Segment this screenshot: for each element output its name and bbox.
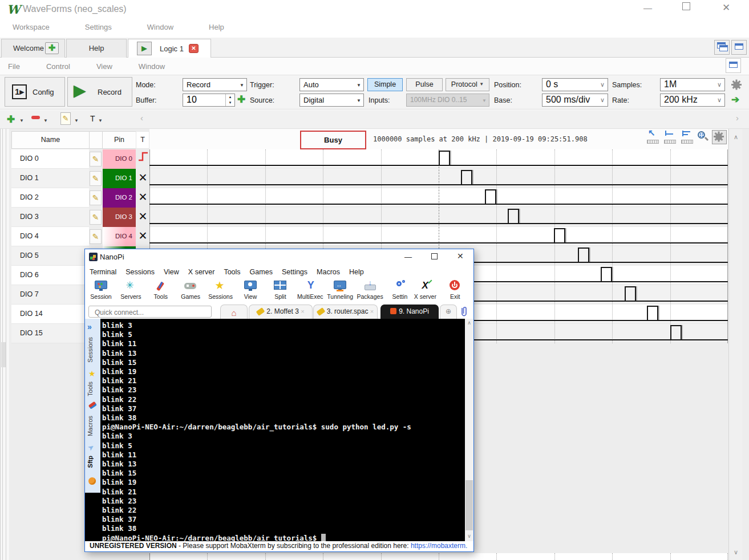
logic-menu-view[interactable]: View <box>96 58 112 71</box>
channel-edit-icon[interactable]: ✎ <box>90 210 102 225</box>
mx-toolbar-servers-button[interactable]: ✳Servers <box>115 280 147 300</box>
edit-channel-menu-icon[interactable]: ▼ <box>74 118 79 123</box>
sidebar-tab-macros[interactable]: Macros <box>87 416 94 436</box>
left-scrollbar-thumb[interactable] <box>1 342 6 367</box>
mx-tab-3-router-spac[interactable]: 3. router.spac × <box>313 305 378 319</box>
logic-menu-control[interactable]: Control <box>46 58 70 71</box>
mobaxterm-titlebar[interactable]: NanoPi — ✕ <box>85 249 473 265</box>
mx-toolbar-packages-button[interactable]: ↓Packages <box>354 280 386 300</box>
maximize-icon[interactable] <box>431 253 438 259</box>
measure-pointer-icon[interactable]: ↖ <box>646 130 659 144</box>
mx-toolbar-games-button[interactable]: Games <box>175 280 207 300</box>
mx-menu-settings[interactable]: Settings <box>282 268 307 276</box>
tile-windows-button[interactable] <box>731 40 747 55</box>
channel-pin-badge[interactable]: DIO 4 <box>103 227 136 246</box>
add-workspace-icon[interactable]: ✚ <box>45 42 59 54</box>
logic-menu-file[interactable]: File <box>8 58 20 71</box>
sidebar-expand-icon[interactable]: » <box>87 322 92 331</box>
mx-menu-view[interactable]: View <box>164 268 179 276</box>
channel-pin-badge[interactable]: DIO 2 <box>103 188 136 208</box>
menu-workspace[interactable]: Workspace <box>13 17 50 31</box>
trigger-column-icon[interactable]: T <box>90 114 95 123</box>
channel-name[interactable]: DIO 1 <box>11 169 89 188</box>
scroll-up-icon[interactable]: ∧ <box>729 133 743 141</box>
channel-name[interactable]: DIO 3 <box>11 208 89 227</box>
maximize-icon[interactable] <box>682 2 690 10</box>
mx-menu-help[interactable]: Help <box>349 268 364 276</box>
xy-cursors-icon[interactable] <box>681 130 694 144</box>
terminal-scrollbar[interactable]: ∧ ∨ <box>465 319 473 541</box>
config-button[interactable]: 1▸ Config <box>5 77 65 107</box>
tab-welcome[interactable]: Welcome ✚ <box>1 39 65 58</box>
remove-channel-icon[interactable] <box>31 116 40 119</box>
channel-name[interactable]: DIO 0 <box>11 149 89 169</box>
mx-toolbar-x-server-button[interactable]: XX server <box>409 280 441 300</box>
mx-toolbar-session-button[interactable]: Session <box>85 280 117 300</box>
mx-toolbar-tools-button[interactable]: Tools <box>145 280 177 300</box>
close-tab-icon[interactable]: × <box>370 308 374 315</box>
mx-tab-9-nanopi[interactable]: 9. NanoPi <box>380 305 439 319</box>
sidebar-tab-tools[interactable]: Tools <box>87 382 94 396</box>
trigger-x-icon[interactable]: ✕ <box>139 172 148 184</box>
close-icon[interactable]: ✕ <box>722 2 730 14</box>
channel-trigger-cell[interactable]: ✕ <box>137 227 149 246</box>
quick-connect-input[interactable] <box>88 306 212 318</box>
channel-trigger-cell[interactable]: ✕ <box>137 208 149 227</box>
gear-icon[interactable] <box>730 79 743 92</box>
sidebar-tab-sftp[interactable]: Sftp <box>87 456 94 468</box>
tab-help[interactable]: Help <box>66 39 127 58</box>
plot-settings-gear-icon[interactable] <box>712 130 727 144</box>
mx-tab-extra[interactable]: ⊕ <box>440 305 457 319</box>
apply-arrow-icon[interactable]: ➔ <box>731 94 739 105</box>
mx-menu-games[interactable]: Games <box>250 268 273 276</box>
channel-trigger-cell[interactable] <box>137 149 149 169</box>
mx-toolbar-split-button[interactable]: Split <box>264 280 296 300</box>
minimize-icon[interactable]: — <box>404 253 412 261</box>
mx-menu-x-server[interactable]: X server <box>188 268 215 276</box>
plot-vertical-scrollbar[interactable]: ∧ ∨ <box>728 129 742 560</box>
trigger-pulse-button[interactable]: Pulse <box>406 78 443 91</box>
trigger-simple-button[interactable]: Simple <box>367 78 403 91</box>
mx-menu-tools[interactable]: Tools <box>224 268 240 276</box>
base-combo[interactable]: 500 ms/div∨ <box>542 94 608 107</box>
remove-channel-menu-icon[interactable]: ▼ <box>43 118 48 123</box>
channel-name[interactable]: DIO 2 <box>11 188 89 208</box>
footer-link[interactable]: https://mobaxterm. <box>411 542 467 550</box>
terminal[interactable]: » Sessions ★ Tools Macros ➤ Sftp blink 3… <box>85 319 473 541</box>
channel-trigger-cell[interactable]: ✕ <box>137 188 149 208</box>
menu-help[interactable]: Help <box>209 17 224 31</box>
channel-name[interactable]: DIO 5 <box>11 246 89 266</box>
spinner-arrows-icon[interactable]: ▲▼ <box>225 94 234 106</box>
mx-tab-2-moffet-3[interactable]: 2. Moffet 3 × <box>249 305 313 319</box>
float-window-button[interactable] <box>726 58 741 73</box>
mx-menu-macros[interactable]: Macros <box>317 268 340 276</box>
add-buffer-icon[interactable]: ✚ <box>237 94 245 105</box>
x-cursor-icon[interactable] <box>663 130 677 144</box>
trigger-x-icon[interactable]: ✕ <box>139 191 148 203</box>
terminal-scrollbar-thumb[interactable] <box>465 480 473 530</box>
sidebar-tab-sessions[interactable]: Sessions <box>87 337 94 363</box>
scroll-up-icon[interactable]: ∧ <box>465 320 473 326</box>
channel-pin-badge[interactable]: DIO 0 <box>103 149 136 169</box>
channel-edit-icon[interactable]: ✎ <box>90 190 102 205</box>
channel-name[interactable]: DIO 4 <box>11 227 89 246</box>
scroll-down-icon[interactable]: ∨ <box>729 549 743 556</box>
mx-toolbar-sessions-button[interactable]: ★Sessions <box>205 280 237 300</box>
channel-pin-badge[interactable]: DIO 3 <box>103 208 136 227</box>
mx-tab-extra[interactable]: ⌂ <box>220 305 248 319</box>
menu-window[interactable]: Window <box>147 17 173 31</box>
channel-edit-icon[interactable]: ✎ <box>90 229 102 244</box>
cascade-windows-button[interactable] <box>714 40 730 55</box>
minimize-icon[interactable]: — <box>643 3 652 13</box>
scroll-down-icon[interactable]: ∨ <box>465 533 473 539</box>
mx-menu-terminal[interactable]: Terminal <box>90 268 116 276</box>
channel-name[interactable]: DIO 6 <box>11 266 89 285</box>
channel-edit-icon[interactable]: ✎ <box>90 171 102 186</box>
logic-menu-window[interactable]: Window <box>139 58 165 71</box>
close-logic-tab-icon[interactable]: ✕ <box>189 44 199 53</box>
edit-channel-icon[interactable]: ✎ <box>60 112 71 125</box>
channel-trigger-cell[interactable]: ✕ <box>137 169 149 188</box>
trigger-x-icon[interactable]: ✕ <box>139 210 148 222</box>
record-button[interactable]: ▶ Record <box>67 77 132 107</box>
channel-name[interactable]: DIO 15 <box>11 324 89 343</box>
